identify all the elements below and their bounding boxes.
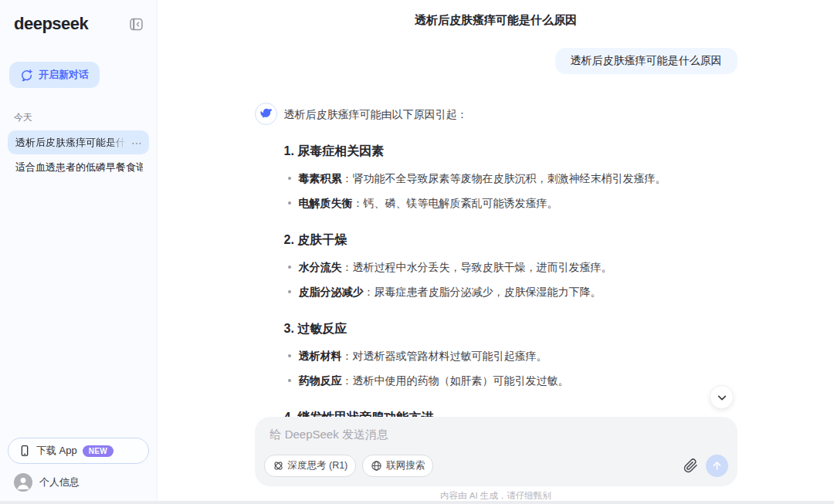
assistant-message-content: 透析后皮肤瘙痒可能由以下原因引起： 1. 尿毒症相关因素毒素积累：肾功能不全导致…	[284, 103, 720, 417]
bullet-item: 药物反应：透析中使用的药物（如肝素）可能引发过敏。	[284, 373, 720, 389]
section-bullet-list: 毒素积累：肾功能不全导致尿素等废物在皮肤沉积，刺激神经末梢引发瘙痒。电解质失衡：…	[284, 171, 720, 211]
chat-history-item[interactable]: 适合血透患者的低磷早餐食谱	[8, 155, 149, 179]
bullet-item: 毒素积累：肾功能不全导致尿素等废物在皮肤沉积，刺激神经末梢引发瘙痒。	[284, 171, 720, 187]
sidebar-header: deepseek	[8, 11, 149, 34]
chat-history-item-label: 透析后皮肤瘙痒可能是什么原因	[15, 136, 128, 150]
bullet-item: 透析材料：对透析器或管路材料过敏可能引起瘙痒。	[284, 348, 720, 364]
chat-history-item-label: 适合血透患者的低磷早餐食谱	[15, 161, 143, 174]
scroll-to-bottom-button[interactable]	[710, 385, 734, 409]
web-search-toggle[interactable]: 联网搜索	[362, 455, 433, 477]
chat-history-item[interactable]: 透析后皮肤瘙痒可能是什么原因⋯	[8, 130, 149, 154]
section-bullet-list: 透析材料：对透析器或管路材料过敏可能引起瘙痒。药物反应：透析中使用的药物（如肝素…	[284, 348, 720, 389]
new-chat-label: 开启新对话	[39, 68, 89, 82]
arrow-up-icon	[711, 460, 723, 472]
new-badge: NEW	[83, 445, 114, 457]
assistant-avatar	[255, 103, 277, 125]
bullet-term: 透析材料	[299, 350, 342, 362]
bullet-term: 药物反应	[299, 374, 342, 387]
web-search-label: 联网搜索	[386, 459, 425, 472]
section-heading: 1. 尿毒症相关因素	[284, 142, 720, 161]
deep-think-icon	[273, 460, 284, 472]
deep-think-toggle[interactable]: 深度思考 (R1)	[264, 455, 357, 477]
bullet-term: 水分流失	[299, 261, 342, 273]
bullet-item: 电解质失衡：钙、磷、镁等电解质紊乱可能诱发瘙痒。	[284, 195, 720, 211]
composer-toolbar: 深度思考 (R1) 联网搜索	[264, 455, 728, 477]
profile-button[interactable]: 个人信息	[8, 464, 149, 496]
deep-think-label: 深度思考 (R1)	[288, 459, 348, 472]
deepseek-whale-icon	[259, 107, 273, 121]
globe-icon	[371, 460, 382, 472]
main-area: 透析后皮肤瘙痒可能是什么原因 透析后皮肤瘙痒可能是什么原因	[158, 0, 834, 504]
new-chat-icon	[20, 69, 33, 82]
page-title: 透析后皮肤瘙痒可能是什么原因	[415, 13, 577, 28]
composer: 深度思考 (R1) 联网搜索	[255, 417, 737, 486]
paperclip-icon	[683, 458, 698, 473]
history-list: 透析后皮肤瘙痒可能是什么原因⋯适合血透患者的低磷早餐食谱	[8, 130, 149, 179]
user-message-bubble: 透析后皮肤瘙痒可能是什么原因	[555, 48, 737, 74]
bullet-term: 电解质失衡	[299, 197, 353, 209]
chat-messages-area[interactable]: 透析后皮肤瘙痒可能是什么原因 透析后皮肤瘙痒可能由以下原因引起： 1. 尿毒症相…	[158, 40, 834, 417]
history-date-label: 今天	[8, 111, 149, 130]
chat-item-menu-icon[interactable]: ⋯	[131, 137, 143, 149]
download-app-label: 下载 App	[36, 444, 77, 458]
sidebar-footer: 下载 App NEW 个人信息	[8, 438, 149, 496]
collapse-sidebar-icon	[128, 16, 144, 32]
bullet-term: 毒素积累	[299, 172, 342, 184]
send-message-button[interactable]	[706, 455, 728, 477]
assistant-message-row: 透析后皮肤瘙痒可能由以下原因引起： 1. 尿毒症相关因素毒素积累：肾功能不全导致…	[255, 103, 737, 417]
deepseek-logo: deepseek	[14, 14, 88, 34]
section-heading: 2. 皮肤干燥	[284, 231, 720, 249]
composer-area: 深度思考 (R1) 联网搜索	[255, 417, 737, 504]
section-heading: 4. 继发性甲状旁腺功能亢进	[284, 408, 720, 417]
profile-label: 个人信息	[39, 475, 80, 489]
bullet-item: 水分流失：透析过程中水分丢失，导致皮肤干燥，进而引发瘙痒。	[284, 259, 720, 276]
deepseek-app: deepseek 开启新对话	[0, 0, 834, 504]
bullet-item: 皮脂分泌减少：尿毒症患者皮脂分泌减少，皮肤保湿能力下降。	[284, 284, 720, 300]
attach-file-button[interactable]	[682, 457, 700, 475]
new-chat-button[interactable]: 开启新对话	[9, 62, 100, 88]
assistant-sections: 1. 尿毒症相关因素毒素积累：肾功能不全导致尿素等废物在皮肤沉积，刺激神经末梢引…	[284, 142, 720, 417]
smartphone-icon	[19, 445, 31, 457]
chevron-down-icon	[716, 391, 728, 404]
sidebar: deepseek 开启新对话	[0, 0, 158, 504]
assistant-intro: 透析后皮肤瘙痒可能由以下原因引起：	[284, 107, 720, 123]
user-message-row: 透析后皮肤瘙痒可能是什么原因	[255, 48, 737, 74]
section-heading: 3. 过敏反应	[284, 320, 720, 338]
user-avatar-icon	[14, 473, 32, 492]
message-input[interactable]	[264, 421, 728, 455]
download-app-button[interactable]: 下载 App NEW	[8, 438, 149, 464]
chat-history: 今天 透析后皮肤瘙痒可能是什么原因⋯适合血透患者的低磷早餐食谱	[8, 111, 149, 438]
ai-disclaimer: 内容由 AI 生成，请仔细甄别	[255, 486, 737, 502]
sidebar-collapse-button[interactable]	[127, 15, 146, 34]
section-bullet-list: 水分流失：透析过程中水分丢失，导致皮肤干燥，进而引发瘙痒。皮脂分泌减少：尿毒症患…	[284, 259, 720, 300]
chat-column: 透析后皮肤瘙痒可能是什么原因 透析后皮肤瘙痒可能由以下原因引起： 1. 尿毒症相…	[255, 48, 737, 417]
window-bottom-edge	[0, 501, 834, 504]
chat-header: 透析后皮肤瘙痒可能是什么原因	[158, 0, 834, 40]
bullet-term: 皮脂分泌减少	[299, 286, 364, 298]
